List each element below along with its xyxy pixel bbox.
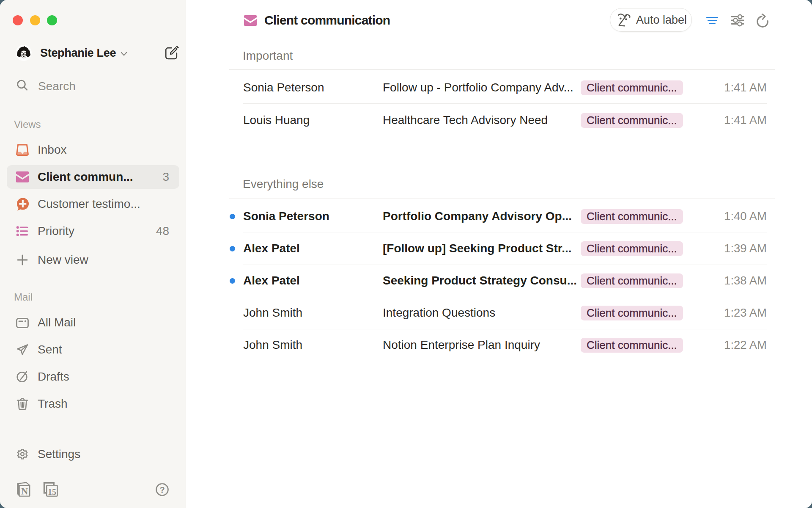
svg-text:15: 15 (48, 487, 56, 497)
svg-text:N: N (21, 486, 28, 497)
svg-text:?: ? (159, 485, 165, 494)
